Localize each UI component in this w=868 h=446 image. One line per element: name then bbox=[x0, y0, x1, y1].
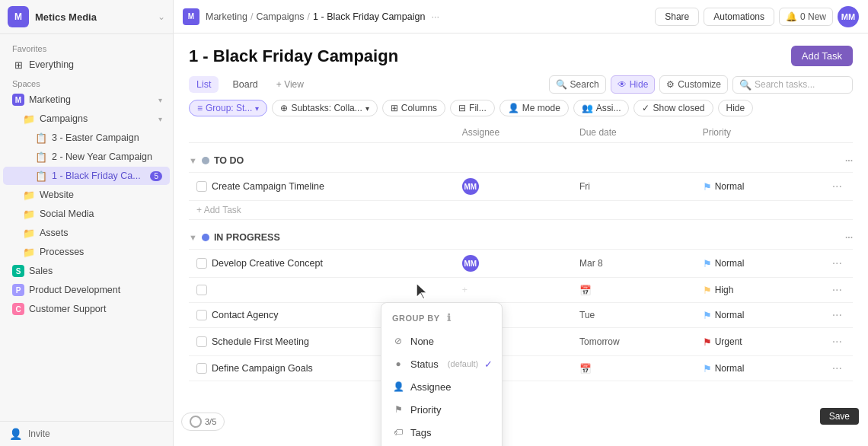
subtasks-label: Subtasks: Colla... bbox=[291, 103, 362, 113]
workspace-avatar: M bbox=[8, 6, 29, 27]
task-checkbox[interactable] bbox=[196, 310, 207, 320]
columns-icon: ⊞ bbox=[391, 103, 398, 113]
memode-filter[interactable]: 👤 Me mode bbox=[499, 100, 569, 116]
sidebar-favorites[interactable]: Favorites bbox=[3, 40, 170, 55]
bell-icon: 🔔 bbox=[786, 11, 797, 22]
sidebar-item-easter[interactable]: 📋 3 - Easter Campaign bbox=[3, 129, 170, 147]
view-tabs: List Board + View 🔍 Search 👁 Hide ⚙ Cust… bbox=[174, 72, 868, 100]
sidebar-item-marketing[interactable]: M Marketing ▾ bbox=[3, 91, 170, 109]
hide-filter-button[interactable]: Hide bbox=[718, 100, 754, 116]
sidebar-footer[interactable]: 👤 Invite bbox=[0, 421, 173, 446]
content-area: Assignee Due date Priority ▼ TO DO bbox=[174, 123, 868, 446]
customize-button[interactable]: ⚙ Customize bbox=[659, 75, 728, 94]
tab-board[interactable]: Board bbox=[225, 76, 265, 93]
inprogress-toggle[interactable]: ▼ bbox=[189, 233, 197, 242]
sidebar-item-processes[interactable]: 📁 Processes bbox=[3, 243, 170, 261]
task-checkbox[interactable] bbox=[196, 363, 207, 374]
add-task-todo[interactable]: + Add Task bbox=[189, 201, 853, 220]
group-by-tags[interactable]: 🏷 Tags bbox=[381, 421, 502, 444]
website-icon: 📁 bbox=[23, 189, 35, 201]
topbar-expand-icon[interactable]: ⌄ bbox=[158, 11, 165, 22]
date-text: 📅 bbox=[579, 364, 592, 374]
socialmedia-label: Social Media bbox=[40, 209, 162, 219]
row-more-button[interactable]: ··· bbox=[829, 362, 845, 374]
priority-flag: ⚑ bbox=[703, 363, 712, 374]
inprogress-more-icon[interactable]: ··· bbox=[845, 232, 853, 243]
group-by-priority[interactable]: ⚑ Priority bbox=[381, 398, 502, 421]
task-name-cell: Create Campaign Timeline bbox=[189, 173, 455, 201]
task-name: Develop Creative Concept bbox=[212, 258, 323, 269]
newyear-label: 2 - New Year Campaign bbox=[52, 151, 162, 162]
search-box[interactable]: 🔍 bbox=[732, 76, 853, 94]
notification-button[interactable]: 🔔 0 New bbox=[779, 8, 833, 26]
topbar: M Marketing / Campaigns / 1 - Black Frid… bbox=[174, 0, 868, 33]
row-more-button[interactable]: ··· bbox=[829, 283, 845, 296]
columns-filter[interactable]: ⊞ Columns bbox=[382, 100, 445, 116]
row-more-button[interactable]: ··· bbox=[829, 256, 845, 269]
col-duedate: Due date bbox=[572, 123, 695, 143]
group-by-dropdown: GROUP BY ℹ ⊘ None ● Status (default) ✓ 👤… bbox=[381, 302, 503, 446]
share-button[interactable]: Share bbox=[655, 8, 699, 26]
breadcrumb-marketing[interactable]: Marketing bbox=[206, 11, 247, 22]
filter-filter[interactable]: ⊟ Fil... bbox=[450, 100, 495, 116]
user-avatar[interactable]: MM bbox=[838, 6, 859, 27]
group-by-status[interactable]: ● Status (default) ✓ bbox=[381, 352, 502, 375]
sidebar-item-newyear[interactable]: 📋 2 - New Year Campaign bbox=[3, 148, 170, 166]
add-task-button[interactable]: Add Task bbox=[791, 46, 853, 66]
row-more-button[interactable]: ··· bbox=[829, 308, 845, 321]
sidebar-item-label: Everything bbox=[29, 59, 162, 70]
todo-toggle[interactable]: ▼ bbox=[189, 156, 197, 165]
search-box-icon: 🔍 bbox=[739, 79, 752, 91]
sidebar-item-blackfriday[interactable]: 📋 1 - Black Friday Ca... 5 bbox=[3, 167, 170, 185]
group-icon: ≡ bbox=[197, 103, 203, 113]
website-label: Website bbox=[40, 190, 162, 200]
group-by-none[interactable]: ⊘ None bbox=[381, 330, 502, 352]
tab-list[interactable]: List bbox=[189, 76, 219, 93]
status-label: Status bbox=[410, 358, 439, 370]
sidebar-item-assets[interactable]: 📁 Assets bbox=[3, 224, 170, 242]
productdev-label: Product Development bbox=[29, 285, 162, 295]
todo-actions: ··· bbox=[845, 155, 853, 166]
table-row: + 📅 ⚑ High ··· bbox=[189, 278, 853, 303]
search-input[interactable] bbox=[755, 79, 846, 90]
sidebar-item-socialmedia[interactable]: 📁 Social Media bbox=[3, 205, 170, 223]
subtasks-icon: ⊕ bbox=[280, 103, 288, 113]
sidebar-item-campaigns[interactable]: 📁 Campaigns ▾ bbox=[3, 110, 170, 128]
task-duedate: Fri bbox=[572, 173, 695, 201]
assignee-icon: 👥 bbox=[582, 103, 593, 113]
group-by-assignee[interactable]: 👤 Assignee bbox=[381, 375, 502, 398]
assignee-filter[interactable]: 👥 Assi... bbox=[573, 100, 630, 116]
subtasks-filter[interactable]: ⊕ Subtasks: Colla... ▾ bbox=[272, 100, 377, 116]
todo-more-icon[interactable]: ··· bbox=[845, 155, 853, 166]
priority-label: Priority bbox=[410, 404, 441, 416]
topbar-avatar: M bbox=[183, 8, 199, 25]
task-checkbox[interactable] bbox=[196, 181, 207, 192]
group-filter[interactable]: ≡ Group: St... ▾ bbox=[189, 100, 267, 116]
breadcrumb-campaigns[interactable]: Campaigns bbox=[256, 11, 304, 22]
dropdown-header: GROUP BY ℹ bbox=[381, 307, 502, 330]
date-text: 📅 bbox=[579, 285, 592, 296]
row-more-button[interactable]: ··· bbox=[829, 335, 845, 348]
automations-button[interactable]: Automations bbox=[704, 8, 774, 26]
add-view-button[interactable]: + View bbox=[272, 76, 308, 93]
add-task-label[interactable]: + Add Task bbox=[189, 201, 853, 220]
sidebar-item-productdev[interactable]: P Product Development bbox=[3, 281, 170, 299]
table-row: Contact Agency + Tue ⚑ Normal ··· bbox=[189, 303, 853, 328]
task-checkbox[interactable] bbox=[196, 258, 207, 269]
hide-button[interactable]: 👁 Hide bbox=[611, 75, 656, 94]
row-more-button[interactable]: ··· bbox=[829, 180, 845, 193]
sidebar-item-website[interactable]: 📁 Website bbox=[3, 186, 170, 204]
sidebar-item-everything[interactable]: ⊞ Everything bbox=[3, 56, 170, 74]
productdev-icon: P bbox=[12, 284, 24, 296]
sidebar-item-sales[interactable]: S Sales bbox=[3, 262, 170, 280]
task-checkbox[interactable] bbox=[196, 336, 207, 347]
filter-label: Fil... bbox=[469, 103, 487, 113]
search-button[interactable]: 🔍 Search bbox=[549, 75, 606, 94]
showclosed-filter[interactable]: ✓ Show closed bbox=[633, 100, 713, 116]
task-checkbox[interactable] bbox=[196, 285, 207, 295]
assets-icon: 📁 bbox=[23, 227, 35, 239]
priority-flag: ⚑ bbox=[703, 285, 712, 296]
none-label: None bbox=[410, 336, 434, 347]
sidebar-item-customersupport[interactable]: C Customer Support bbox=[3, 300, 170, 318]
breadcrumb-more-icon[interactable]: ··· bbox=[431, 11, 439, 22]
